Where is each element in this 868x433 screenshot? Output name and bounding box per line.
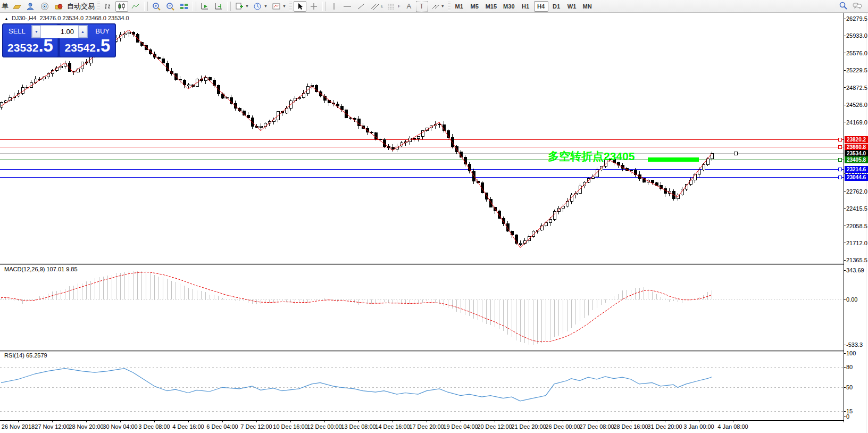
time-axis-label: 27 Nov 12:00 [35,423,69,430]
price-axis-label: 25933.0 [846,32,868,39]
sell-price: 23532.5 [3,40,57,54]
buy-label: BUY [95,27,110,35]
volume-decrease-button[interactable]: ▼ [32,26,41,38]
time-axis-label: 3 Dec 08:00 [138,423,170,430]
candles [0,30,713,246]
time-axis-label: 31 Dec 20:00 [647,423,682,430]
rsi-indicator-label: RSI(14) 65.2579 [4,352,47,359]
volume-increase-button[interactable]: ▲ [78,26,87,38]
time-axis-label: 26 Dec 00:00 [545,423,580,430]
macd-axis-label: 343.69 [846,267,868,274]
time-axis-label: 21 Dec 20:00 [511,423,546,430]
macd-axis-label: -533.3 [846,342,868,348]
one-click-trading-panel: SELL 23532.5 BUY 23542.5 ▼ 1.00 ▲ [2,23,116,57]
macd-axis-label: 0.00 [846,296,868,303]
time-axis-label: 3 Jan 00:00 [683,423,714,430]
time-axis-label: 20 Dec 12:00 [477,423,512,430]
time-axis-label: 13 Dec 08:00 [341,423,375,430]
time-axis-label: 7 Dec 12:00 [240,423,272,430]
price-axis-label: 24169.0 [846,119,868,126]
time-axis-label: 28 Nov 20:00 [69,423,103,430]
chart-text-annotation[interactable]: 多空转折点23405 [548,149,635,164]
chart-symbol-period: DJ30-,H4 [12,15,36,21]
price-axis-label: 22058.5 [846,223,868,230]
macd-histogram [1,271,712,345]
green-trend-segment[interactable] [648,157,699,162]
price-axis-label: 22762.0 [846,188,868,195]
time-axis-label: 26 Nov 2018 [2,423,35,430]
line-anchor-handle[interactable] [838,158,841,161]
chart-window[interactable]: ▲DJ30-,H4 23476.0 23534.0 23468.0 23534.… [0,13,868,433]
chart-title: ▲DJ30-,H4 23476.0 23534.0 23468.0 23534.… [4,15,129,21]
horizontal-lines[interactable] [0,139,844,178]
price-tag-23820.2: 23820.2 [845,136,868,143]
price-axis-label: 25229.5 [846,67,868,74]
volume-input[interactable]: 1.00 [41,26,78,38]
line-anchor-handle[interactable] [838,138,841,141]
time-axis-label: 28 Dec 16:00 [613,423,648,430]
time-axis-label: 17 Dec 20:00 [409,423,444,430]
line-anchor-handle[interactable] [734,152,737,155]
rsi-axis-label: 100 [846,350,868,357]
time-axis-label: 10 Dec 16:00 [273,423,307,430]
zigzag-indicator-line[interactable] [1,30,712,247]
chart-ohlc: 23476.0 23534.0 23468.0 23534.0 [40,15,129,21]
time-axis-label: 14 Dec 16:00 [375,423,410,430]
chart-canvas[interactable] [0,0,868,433]
rsi-axis-label: 80 [846,364,868,371]
price-axis-label: 26279.5 [846,15,868,22]
price-tag-23405.8: 23405.8 [845,156,868,163]
line-anchor-handle[interactable] [838,176,841,179]
time-axis-label: 4 Jan 08:00 [717,423,748,430]
mt4-window: 单 自动交易 [0,0,868,433]
collapse-marker-icon[interactable]: ▲ [4,16,9,21]
volume-box: ▼ 1.00 ▲ [31,25,88,38]
sell-label: SELL [9,27,26,35]
rsi-axis-label: 50 [846,384,868,391]
rsi-axis-label: 0 [846,413,868,420]
price-tag-23044.6: 23044.6 [845,174,868,181]
price-axis-label: 24526.0 [846,102,868,109]
time-axis-label: 4 Dec 16:00 [172,423,204,430]
price-axis-label: 25576.0 [846,50,868,57]
price-axis-label: 24872.5 [846,85,868,91]
line-anchor-handle[interactable] [838,168,841,171]
time-axis-label: 12 Dec 00:00 [307,423,341,430]
macd-indicator-label: MACD(12,26,9) 107.01 9.85 [4,266,78,272]
line-anchor-handle[interactable] [838,146,841,149]
price-axis-label: 21712.0 [846,240,868,247]
rsi-line [1,369,712,401]
time-axis-label: 19 Dec 04:00 [443,423,478,430]
price-axis-label: 22415.5 [846,205,868,212]
time-axis-label: 6 Dec 04:00 [206,423,238,430]
price-axis-label: 21365.5 [846,257,868,264]
buy-price: 23542.5 [60,40,115,54]
price-tag-23214.6: 23214.6 [845,166,868,173]
time-axis-label: 30 Nov 04:00 [103,423,137,430]
time-axis-label: 27 Dec 08:00 [579,423,614,430]
